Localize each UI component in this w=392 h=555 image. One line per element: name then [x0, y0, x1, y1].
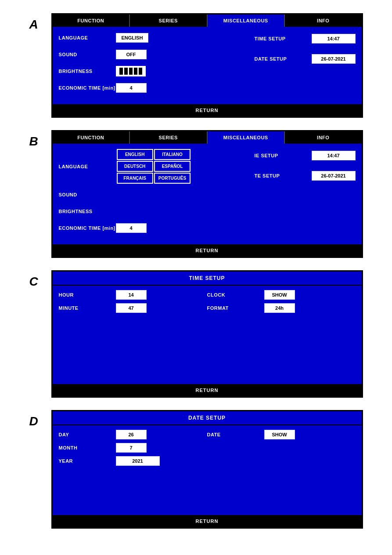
row-eco-b: ECONOMIC TIME [min] 4: [59, 221, 246, 235]
label-brightness-a: BRIGHTNESS: [59, 69, 116, 74]
label-sound-b: SOUND: [59, 192, 116, 197]
value-timesetup-a[interactable]: 14:47: [312, 34, 356, 44]
col-clock-right: CLOCK SHOW: [207, 290, 356, 300]
label-brightness-b: BRIGHTNESS: [59, 209, 116, 214]
lang-english[interactable]: ENGLISH: [117, 149, 153, 160]
label-sound-a: SOUND: [59, 52, 116, 57]
col-format-right: FORMAT 24h: [207, 303, 356, 313]
bar-5: [139, 68, 142, 75]
brightness-bars-a[interactable]: [116, 66, 146, 76]
row-timesetup-a: TIME SETUP 14:47: [255, 32, 356, 45]
lang-deutsch[interactable]: DEUTSCH: [117, 161, 153, 172]
panel-a-left: LANGUAGE ENGLISH SOUND OFF BRIGHTNESS: [59, 31, 246, 98]
panel-c-spacer: [53, 347, 362, 382]
section-d-letter: D: [29, 410, 51, 428]
col-hour-left: HOUR 14: [59, 290, 207, 300]
tab-miscellaneous-b[interactable]: MISCELLANEOUS: [208, 131, 285, 144]
col-year-left: YEAR 2021: [59, 456, 207, 466]
row-minute: MINUTE 47 FORMAT 24h: [59, 303, 356, 313]
panel-c: TIME SETUP HOUR 14 CLOCK SHOW MINUTE 47: [51, 270, 363, 398]
section-d: D DATE SETUP DAY 26 DATE SHOW MONTH 7: [29, 410, 363, 529]
row-timesetup-b: IE SETUP 14:47: [255, 149, 356, 162]
row-month: MONTH 7: [59, 443, 356, 453]
panel-d: DATE SETUP DAY 26 DATE SHOW MONTH 7: [51, 410, 363, 529]
label-hour: HOUR: [59, 292, 116, 297]
panel-d-title: DATE SETUP: [53, 411, 362, 425]
col-date-right: DATE SHOW: [207, 430, 356, 439]
value-month[interactable]: 7: [116, 443, 147, 453]
label-month: MONTH: [59, 445, 116, 450]
bar-3: [129, 68, 133, 75]
return-button-c[interactable]: RETURN: [53, 384, 362, 396]
label-year: YEAR: [59, 458, 116, 464]
col-day-left: DAY 26: [59, 430, 207, 439]
tab-bar-a: FUNCTION SERIES MISCELLANEOUS INFO: [53, 15, 362, 27]
row-day: DAY 26 DATE SHOW: [59, 430, 356, 439]
lang-francais[interactable]: FRANÇAIS: [117, 173, 153, 184]
panel-b-left: LANGUAGE ENGLISH ITALIANO DEUTSCH ESPAÑO…: [59, 148, 246, 238]
value-minute[interactable]: 47: [116, 303, 147, 313]
panel-b-content: LANGUAGE ENGLISH ITALIANO DEUTSCH ESPAÑO…: [53, 144, 362, 243]
panel-a-right: TIME SETUP 14:47 DATE SETUP 26-07-2021: [255, 31, 356, 98]
col-minute-left: MINUTE 47: [59, 303, 207, 313]
row-hour: HOUR 14 CLOCK SHOW: [59, 290, 356, 300]
value-language-a[interactable]: ENGLISH: [116, 33, 149, 43]
tab-function-b[interactable]: FUNCTION: [53, 131, 130, 144]
label-eco-a: ECONOMIC TIME [min]: [59, 85, 116, 91]
value-year[interactable]: 2021: [116, 456, 160, 466]
row-eco-a: ECONOMIC TIME [min] 4: [59, 81, 246, 94]
tab-miscellaneous-a[interactable]: MISCELLANEOUS: [208, 15, 285, 27]
section-c-letter: C: [29, 270, 51, 289]
label-minute: MINUTE: [59, 305, 116, 311]
row-datesetup-a: DATE SETUP 26-07-2021: [255, 52, 356, 65]
section-a-letter: A: [29, 13, 51, 32]
lang-italiano[interactable]: ITALIANO: [154, 149, 191, 160]
panel-b-right: IE SETUP 14:47 TE SETUP 26-07-2021: [255, 148, 356, 238]
label-language-b: LANGUAGE: [59, 164, 116, 169]
row-datesetup-b: TE SETUP 26-07-2021: [255, 169, 356, 182]
tab-function-a[interactable]: FUNCTION: [53, 15, 130, 27]
panel-a-content: LANGUAGE ENGLISH SOUND OFF BRIGHTNESS: [53, 27, 362, 102]
section-a: A FUNCTION SERIES MISCELLANEOUS INFO LAN…: [29, 13, 363, 118]
value-eco-a[interactable]: 4: [116, 83, 147, 93]
tab-info-b[interactable]: INFO: [285, 131, 362, 144]
bar-4: [134, 68, 137, 75]
value-date-show[interactable]: SHOW: [264, 430, 295, 439]
value-clock[interactable]: SHOW: [264, 290, 295, 300]
label-datesetup-a: DATE SETUP: [255, 56, 312, 62]
value-sound-a[interactable]: OFF: [116, 50, 147, 59]
value-format[interactable]: 24h: [264, 303, 295, 313]
row-sound-b: SOUND: [59, 188, 246, 201]
panel-d-content: DAY 26 DATE SHOW MONTH 7 YEAR 2021: [53, 425, 362, 487]
col-month-left: MONTH 7: [59, 443, 207, 453]
value-eco-b[interactable]: 4: [116, 223, 147, 233]
label-format: FORMAT: [207, 305, 264, 311]
return-button-d[interactable]: RETURN: [53, 515, 362, 527]
value-datesetup-b[interactable]: 26-07-2021: [312, 171, 356, 181]
row-year: YEAR 2021: [59, 456, 356, 466]
value-day[interactable]: 26: [116, 430, 147, 439]
panel-b: FUNCTION SERIES MISCELLANEOUS INFO LANGU…: [51, 130, 363, 258]
label-timesetup-b: IE SETUP: [255, 153, 312, 158]
lang-portugues[interactable]: PORTUGUÊS: [154, 173, 191, 184]
return-button-a[interactable]: RETURN: [53, 104, 362, 116]
return-button-b[interactable]: RETURN: [53, 244, 362, 257]
label-date: DATE: [207, 432, 264, 437]
bar-2: [124, 68, 128, 75]
panel-a: FUNCTION SERIES MISCELLANEOUS INFO LANGU…: [51, 13, 363, 118]
lang-espanol[interactable]: ESPAÑOL: [154, 161, 191, 172]
value-timesetup-b[interactable]: 14:47: [312, 151, 356, 160]
row-brightness-a: BRIGHTNESS: [59, 65, 246, 78]
panel-c-content: HOUR 14 CLOCK SHOW MINUTE 47 FORMAT 24h: [53, 286, 362, 347]
language-dropdown: ENGLISH ITALIANO DEUTSCH ESPAÑOL FRANÇAI…: [116, 148, 192, 185]
value-hour[interactable]: 14: [116, 290, 147, 300]
tab-info-a[interactable]: INFO: [285, 15, 362, 27]
panel-c-title: TIME SETUP: [53, 272, 362, 286]
section-c: C TIME SETUP HOUR 14 CLOCK SHOW MINUTE 4…: [29, 270, 363, 398]
section-b-letter: B: [29, 130, 51, 149]
row-sound-a: SOUND OFF: [59, 48, 246, 61]
tab-series-b[interactable]: SERIES: [130, 131, 208, 144]
value-datesetup-a[interactable]: 26-07-2021: [312, 54, 356, 64]
panel-d-spacer: [53, 487, 362, 513]
tab-series-a[interactable]: SERIES: [130, 15, 208, 27]
